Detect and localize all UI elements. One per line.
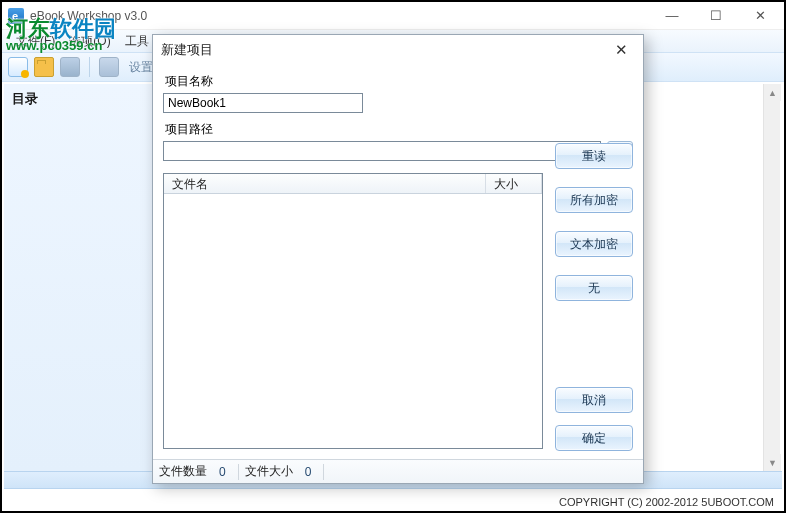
filecount-value: 0 xyxy=(213,465,232,479)
dialog-titlebar[interactable]: 新建项目 ✕ xyxy=(153,35,643,65)
new-project-dialog: 新建项目 ✕ 项目名称 项目路径 ... 重读 所有加密 文本加密 无 取消 确… xyxy=(152,34,644,484)
menu-file[interactable]: 文件(F) xyxy=(10,31,61,52)
menu-tools[interactable]: 工具 xyxy=(119,31,155,52)
project-name-label: 项目名称 xyxy=(165,73,633,90)
project-path-label: 项目路径 xyxy=(165,121,633,138)
cancel-button[interactable]: 取消 xyxy=(555,387,633,413)
filesize-value: 0 xyxy=(299,465,318,479)
col-size[interactable]: 大小 xyxy=(486,174,542,193)
filesize-label: 文件大小 xyxy=(245,463,293,480)
filecount-label: 文件数量 xyxy=(159,463,207,480)
ok-button[interactable]: 确定 xyxy=(555,425,633,451)
copyright: COPYRIGHT (C) 2002-2012 5UBOOT.COM xyxy=(559,496,774,508)
scrollbar[interactable]: ▲ ▼ xyxy=(763,84,780,471)
dialog-title: 新建项目 xyxy=(161,41,213,59)
encrypt-text-button[interactable]: 文本加密 xyxy=(555,231,633,257)
project-name-input[interactable] xyxy=(163,93,363,113)
main-titlebar: eBook Workshop v3.0 ― ☐ ✕ xyxy=(2,2,784,30)
file-list-header: 文件名 大小 xyxy=(164,174,542,194)
file-list[interactable]: 文件名 大小 xyxy=(163,173,543,449)
maximize-button[interactable]: ☐ xyxy=(694,2,738,28)
sidebar-heading: 目录 xyxy=(12,91,38,106)
app-title: eBook Workshop v3.0 xyxy=(30,9,147,23)
minimize-button[interactable]: ― xyxy=(650,2,694,28)
scroll-up-icon[interactable]: ▲ xyxy=(764,84,781,101)
save-icon[interactable] xyxy=(60,57,80,77)
print-icon[interactable] xyxy=(99,57,119,77)
none-button[interactable]: 无 xyxy=(555,275,633,301)
dialog-close-button[interactable]: ✕ xyxy=(607,39,635,61)
reread-button[interactable]: 重读 xyxy=(555,143,633,169)
dialog-statusbar: 文件数量 0 文件大小 0 xyxy=(153,459,643,483)
scroll-down-icon[interactable]: ▼ xyxy=(764,454,781,471)
new-icon[interactable] xyxy=(8,57,28,77)
sidebar: 目录 xyxy=(4,84,154,471)
close-button[interactable]: ✕ xyxy=(738,2,782,28)
encrypt-all-button[interactable]: 所有加密 xyxy=(555,187,633,213)
app-icon xyxy=(8,8,24,24)
project-path-input[interactable] xyxy=(163,141,601,161)
menu-options[interactable]: 选项(O) xyxy=(63,31,116,52)
toolbar-separator xyxy=(89,57,90,77)
col-filename[interactable]: 文件名 xyxy=(164,174,486,193)
open-icon[interactable] xyxy=(34,57,54,77)
